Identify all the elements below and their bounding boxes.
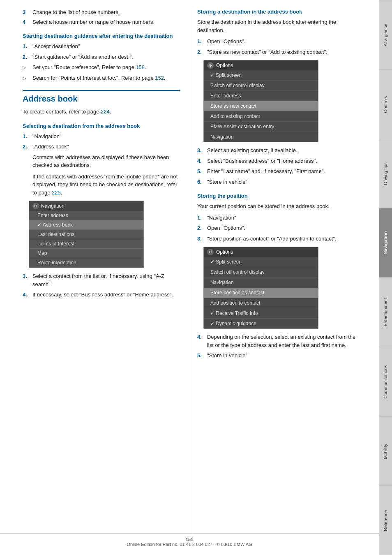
nav-menu-item-map: Map xyxy=(29,249,143,258)
nav-menu-item-address-book: Address book xyxy=(29,220,143,230)
menu-item2-split-screen: Split screen xyxy=(204,257,318,267)
list-item: 4. Depending on the selection, select an… xyxy=(197,333,362,349)
list-text: "Address book" xyxy=(32,143,69,151)
list-text: If necessary, select "Business address" … xyxy=(32,291,173,299)
list-text: Select an existing contact, if available… xyxy=(207,146,297,155)
list-item: 3. Select a contact from the list or, if… xyxy=(23,272,180,288)
page-ref-152[interactable]: 152 xyxy=(155,75,164,81)
options2-icon: ⊙ xyxy=(207,249,214,255)
bullet-icon: ▷ xyxy=(23,64,29,72)
list-text: Depending on the selection, select an ex… xyxy=(207,333,362,349)
options-title-text: Options xyxy=(216,62,233,68)
menu-item-add-existing: Add to existing contact xyxy=(204,111,318,122)
list-text: "Store in vehicle" xyxy=(207,178,247,186)
nav-menu-title: ⊙ Navigation xyxy=(29,201,143,211)
tab-mobility[interactable]: Mobility xyxy=(379,416,392,486)
list-item: ▷ Set your "Route preference", Refer to … xyxy=(23,63,180,72)
storing-position-heading: Storing the position xyxy=(197,192,362,200)
tab-communications[interactable]: Communications xyxy=(379,347,392,416)
tab-reference[interactable]: Reference xyxy=(379,486,392,555)
list-text: Select "Business address" or "Home addre… xyxy=(207,157,317,165)
list-number: 3. xyxy=(23,272,29,288)
page-ref-158[interactable]: 158 xyxy=(136,64,145,70)
menu-item2-dynamic-guidance: Dynamic guidance xyxy=(204,319,318,328)
list-item: 4 Select a house number or range of hous… xyxy=(23,18,180,26)
menu-item-split-screen: Split screen xyxy=(204,70,318,81)
selecting-list: 1. "Navigation" 2. "Address book" xyxy=(23,132,180,151)
list-number: 4. xyxy=(197,157,204,165)
list-number: 3. xyxy=(197,146,204,155)
selecting-after-list: 3. Select a contact from the list or, if… xyxy=(23,272,180,299)
list-text: Set your "Route preference", Refer to pa… xyxy=(32,63,146,72)
list-text: Select a contact from the list or, if ne… xyxy=(32,272,180,288)
list-text: Search for "Points of Interest at loc.",… xyxy=(32,74,166,82)
list-number: 1. xyxy=(23,132,29,141)
list-text: "Store position as contact" or "Add posi… xyxy=(207,235,337,243)
starting-guidance-heading: Starting destination guidance after ente… xyxy=(23,32,180,40)
storing-dest-list: 1. Open "Options". 2. "Store as new cont… xyxy=(197,37,362,56)
tab-controls[interactable]: Controls xyxy=(379,69,392,139)
list-number: 4 xyxy=(23,18,29,26)
storing-dest-intro: Store the destination in the address boo… xyxy=(197,18,362,34)
tab-at-a-glance[interactable]: At a glance xyxy=(379,0,392,69)
storing-position-intro: Your current position can be stored in t… xyxy=(197,202,362,210)
bullet-icon: ▷ xyxy=(23,75,29,82)
list-text: Enter "Last name" and, if necessary, "Fi… xyxy=(207,167,325,176)
tab-entertainment[interactable]: Entertainment xyxy=(379,278,392,347)
storing-position-list: 1. "Navigation" 2. Open "Options". 3. "S… xyxy=(197,214,362,243)
page-wrapper: At a glance Controls Driving tips Naviga… xyxy=(0,0,392,555)
menu-item2-add-position: Add position to contact xyxy=(204,298,318,308)
menu-item2-store-position: Store position as contact xyxy=(204,288,318,298)
options-menu-2-wrapper: ⊙ Options Split screen Switch off contro… xyxy=(197,247,362,329)
list-text: "Store as new contact" or "Add to existi… xyxy=(207,48,327,56)
list-text: "Start guidance" or "Add as another dest… xyxy=(32,53,133,61)
menu-item2-receive-traffic: Receive Traffic Info xyxy=(204,308,318,319)
list-item: 5. Enter "Last name" and, if necessary, … xyxy=(197,167,362,176)
tab-driving-tips[interactable]: Driving tips xyxy=(379,139,392,208)
list-text: Open "Options". xyxy=(207,37,245,46)
list-item: 1. "Navigation" xyxy=(23,132,180,141)
list-number: 1. xyxy=(197,37,204,46)
menu-item-store-new: Store as new contact xyxy=(204,101,318,111)
tab-navigation[interactable]: Navigation xyxy=(379,208,392,278)
page-ref-225[interactable]: 225 xyxy=(52,190,61,196)
list-item: 1. "Navigation" xyxy=(197,214,362,222)
options2-title-bar: ⊙ Options xyxy=(204,247,318,257)
list-item: 1. "Accept destination" xyxy=(23,42,180,51)
list-text: "Navigation" xyxy=(207,214,236,222)
selecting-note2: If the contacts with addresses from the … xyxy=(32,173,180,197)
list-number: 3 xyxy=(23,8,29,16)
list-number: 2. xyxy=(197,48,204,56)
list-number: 1. xyxy=(197,214,204,222)
list-item: 5. "Store in vehicle" xyxy=(197,352,362,360)
list-item: 4. If necessary, select "Business addres… xyxy=(23,291,180,299)
list-number: 4. xyxy=(23,291,29,299)
starting-guidance-list: 1. "Accept destination" 2. "Start guidan… xyxy=(23,42,180,82)
address-book-intro: To create contacts, refer to page 224. xyxy=(23,108,180,116)
list-number: 1. xyxy=(23,42,29,51)
storing-dest-heading: Storing a destination in the address boo… xyxy=(197,8,362,16)
list-number: 4. xyxy=(197,333,204,349)
footer-text: Online Edition for Part no. 01 41 2 604 … xyxy=(127,542,252,547)
list-number: 3. xyxy=(197,235,204,243)
list-item: 3. "Store position as contact" or "Add p… xyxy=(197,235,362,243)
list-item: 3 Change to the list of house numbers. xyxy=(23,8,180,16)
storing-dest-after-list: 3. Select an existing contact, if availa… xyxy=(197,146,362,186)
page-footer: 151 Online Edition for Part no. 01 41 2 … xyxy=(0,533,379,547)
selecting-note1: Contacts with addresses are displayed if… xyxy=(32,153,180,169)
list-number: 2. xyxy=(197,224,204,232)
nav-menu-title-text: Navigation xyxy=(41,203,65,209)
page-ref-224[interactable]: 224 xyxy=(101,109,110,115)
list-text: "Store in vehicle" xyxy=(207,352,247,360)
list-number: 5. xyxy=(197,167,204,176)
list-item: ▷ Search for "Points of Interest at loc.… xyxy=(23,74,180,82)
list-number: 2. xyxy=(23,143,29,151)
menu-item2-switch-off: Switch off control display xyxy=(204,267,318,278)
menu-item-enter-address: Enter address xyxy=(204,91,318,101)
menu-item-navigation: Navigation xyxy=(204,132,318,142)
options-menu-1-wrapper: ⊙ Options Split screen Switch off contro… xyxy=(197,60,362,142)
list-number: 2. xyxy=(23,53,29,61)
list-text: Select a house number or range of house … xyxy=(32,18,154,26)
left-column: 3 Change to the list of house numbers. 4… xyxy=(23,8,193,547)
nav-menu-wrapper: ⊙ Navigation Enter address Address book … xyxy=(23,201,180,268)
